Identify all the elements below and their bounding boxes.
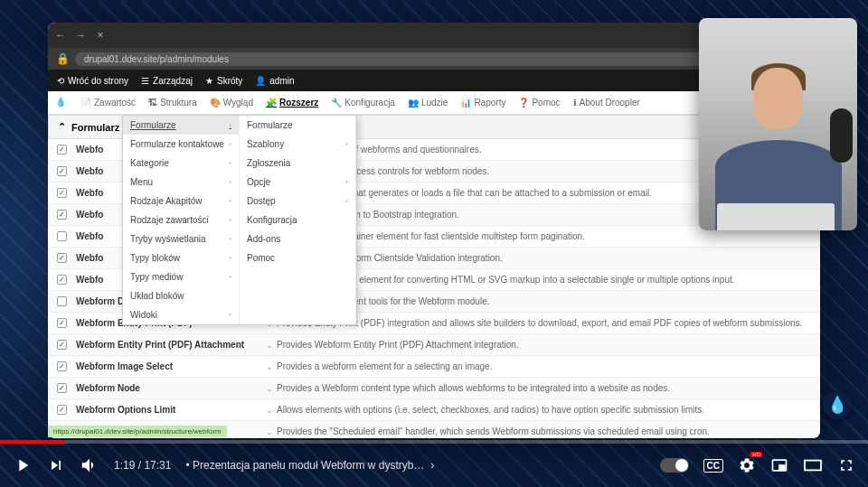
theater-button[interactable]: [803, 457, 823, 473]
module-checkbox[interactable]: [57, 188, 67, 198]
module-row: Webform Entity Print (PDF) Attachment ⌄ …: [48, 334, 820, 356]
next-button[interactable]: [47, 456, 65, 474]
manage-toggle[interactable]: ☰ Zarządzaj: [141, 76, 193, 86]
module-name: Webform Node: [76, 383, 257, 393]
dropdown-item[interactable]: Rodzaje zawartości›: [123, 211, 239, 229]
dropdown-item[interactable]: Układ bloków: [123, 286, 239, 305]
chevron-down-icon[interactable]: ⌄: [266, 427, 273, 436]
status-link: https://drupal01.ddev.site/p/admin/struc…: [48, 426, 227, 437]
channel-watermark[interactable]: 💧: [823, 390, 852, 419]
chevron-right-icon: ›: [229, 159, 231, 167]
menu-config[interactable]: 🔧 Konfiguracja: [331, 98, 395, 108]
module-desc: ⌄ Provides the "Scheduled email" handler…: [266, 426, 710, 436]
menu-extend[interactable]: 🧩 Rozszerz: [266, 98, 318, 108]
module-desc: ⌄ Provides Webform Entity Print (PDF) At…: [266, 340, 519, 350]
dropdown-item[interactable]: Konfiguracja: [240, 211, 355, 229]
shortcuts-link[interactable]: ★ Skróty: [205, 76, 242, 86]
chevron-down-icon[interactable]: ⌄: [266, 406, 273, 415]
chevron-right-icon: ›: [229, 254, 231, 262]
chevron-down-icon[interactable]: ⌄: [266, 362, 273, 371]
chevron-right-icon: ›: [345, 178, 348, 186]
dropdown-item[interactable]: Menu›: [123, 173, 239, 192]
module-desc: ⌄ Provides a Webform content type which …: [266, 383, 670, 393]
hd-badge: HD: [750, 452, 762, 457]
module-row: Webform Image Select ⌄ Provides a webfor…: [48, 356, 820, 378]
menu-appearance[interactable]: 🎨 Wygląd: [210, 98, 253, 108]
dropdown-item[interactable]: Rodzaje Akapitów›: [123, 192, 239, 211]
time-display: 1:19 / 17:31: [114, 459, 171, 472]
dropdown-item[interactable]: Opcje›: [240, 173, 355, 192]
chevron-down-icon: ⌃: [58, 121, 66, 133]
chevron-right-icon: ›: [229, 178, 231, 186]
module-checkbox[interactable]: [57, 145, 67, 155]
back-icon[interactable]: ←: [53, 28, 68, 42]
dropdown-item[interactable]: Kategorie›: [123, 154, 239, 173]
menu-people[interactable]: 👥 Ludzie: [408, 98, 448, 108]
module-checkbox[interactable]: [57, 166, 67, 176]
menu-about[interactable]: ℹ About Droopler: [573, 98, 640, 108]
chevron-right-icon: ›: [229, 311, 231, 319]
dropdown-item[interactable]: Formularze kontaktowe›: [123, 135, 239, 154]
autoplay-toggle[interactable]: [660, 458, 689, 473]
dropdown-item[interactable]: Widoki›: [123, 305, 239, 324]
svg-rect-2: [805, 461, 821, 471]
chevron-right-icon: ›: [345, 197, 348, 205]
dropdown-item[interactable]: Add-ons: [240, 229, 355, 248]
cc-button[interactable]: CC: [703, 459, 723, 473]
menu-help[interactable]: ❓ Pomoc: [518, 98, 560, 108]
menu-reports[interactable]: 📊 Raporty: [460, 98, 505, 108]
module-checkbox[interactable]: [57, 275, 67, 285]
module-name: Webform Entity Print (PDF) Attachment: [76, 340, 257, 350]
reload-icon[interactable]: ×: [93, 28, 108, 42]
back-to-site[interactable]: ⟲ Wróć do strony: [57, 76, 128, 86]
module-name: Webform Options Limit: [76, 405, 257, 415]
play-button[interactable]: [13, 455, 33, 475]
dropdown-item[interactable]: Typy mediów›: [123, 267, 239, 286]
dropdown-item[interactable]: Typy bloków›: [123, 248, 239, 267]
dropdown-item[interactable]: Tryby wyświetlania›: [123, 229, 239, 248]
structure-dropdown: Formularze›Formularze kontaktowe›Kategor…: [122, 115, 357, 325]
module-checkbox[interactable]: [57, 296, 67, 306]
chevron-right-icon: ›: [229, 140, 231, 148]
dropdown-item[interactable]: Formularze›: [123, 116, 239, 135]
drupal-icon: 💧: [55, 97, 68, 109]
menu-structure[interactable]: 🏗 Struktura: [148, 98, 197, 108]
chevron-right-icon: ›: [345, 140, 348, 148]
menu-content[interactable]: 📄 Zawartość: [80, 98, 136, 108]
video-controls: 1:19 / 17:31 • Prezentacja panelu moduł …: [0, 444, 868, 487]
dropdown-item[interactable]: Dostęp›: [240, 192, 355, 211]
module-row: Webform Node ⌄ Provides a Webform conten…: [48, 378, 820, 399]
fullscreen-button[interactable]: [837, 456, 855, 474]
module-desc: ⌄ Allows elements with options (i.e. sel…: [266, 405, 704, 415]
module-desc: ⌄ Provides a webform element for a selec…: [266, 361, 492, 371]
module-checkbox[interactable]: [57, 231, 67, 241]
module-checkbox[interactable]: [57, 318, 67, 328]
svg-rect-1: [779, 465, 785, 469]
dropdown-item[interactable]: Pomoc: [240, 248, 355, 267]
module-checkbox[interactable]: [57, 340, 67, 350]
settings-button[interactable]: HD: [738, 456, 756, 474]
dropdown-item[interactable]: Szablony›: [240, 135, 355, 154]
volume-button[interactable]: [80, 455, 99, 475]
module-checkbox[interactable]: [57, 253, 67, 263]
module-checkbox[interactable]: [57, 361, 67, 371]
miniplayer-button[interactable]: [770, 456, 788, 474]
dropdown-item[interactable]: Zgłoszenia: [240, 154, 355, 173]
lock-icon: 🔒: [55, 52, 70, 66]
chevron-down-icon[interactable]: ⌄: [266, 384, 273, 393]
chapter-title[interactable]: • Prezentacja panelu moduł Webform w dys…: [185, 459, 434, 472]
chevron-right-icon: ›: [229, 121, 231, 129]
chevron-right-icon: ›: [229, 197, 231, 205]
module-checkbox[interactable]: [57, 210, 67, 220]
module-checkbox[interactable]: [57, 405, 67, 415]
user-link[interactable]: 👤 admin: [255, 76, 294, 86]
chevron-right-icon: ›: [229, 235, 231, 243]
module-checkbox[interactable]: [57, 383, 67, 393]
forward-icon[interactable]: →: [73, 28, 88, 42]
dropdown-item[interactable]: Formularze: [240, 116, 355, 135]
chevron-right-icon: ›: [229, 216, 231, 224]
chevron-down-icon[interactable]: ⌄: [266, 341, 273, 350]
webcam-overlay: [699, 18, 857, 230]
module-name: Webform Image Select: [76, 361, 257, 371]
module-row: Webform Options Limit ⌄ Allows elements …: [48, 399, 820, 421]
